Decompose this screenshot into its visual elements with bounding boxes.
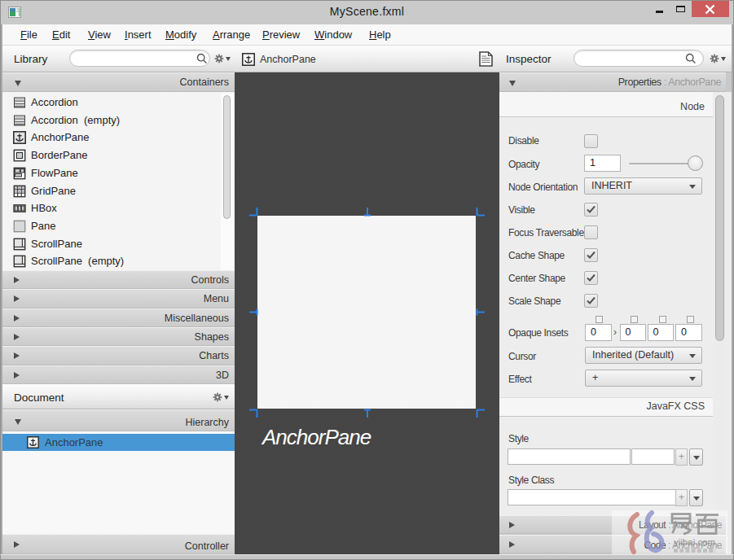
svg-text:yiibai.com: yiibai.com [674,537,715,547]
